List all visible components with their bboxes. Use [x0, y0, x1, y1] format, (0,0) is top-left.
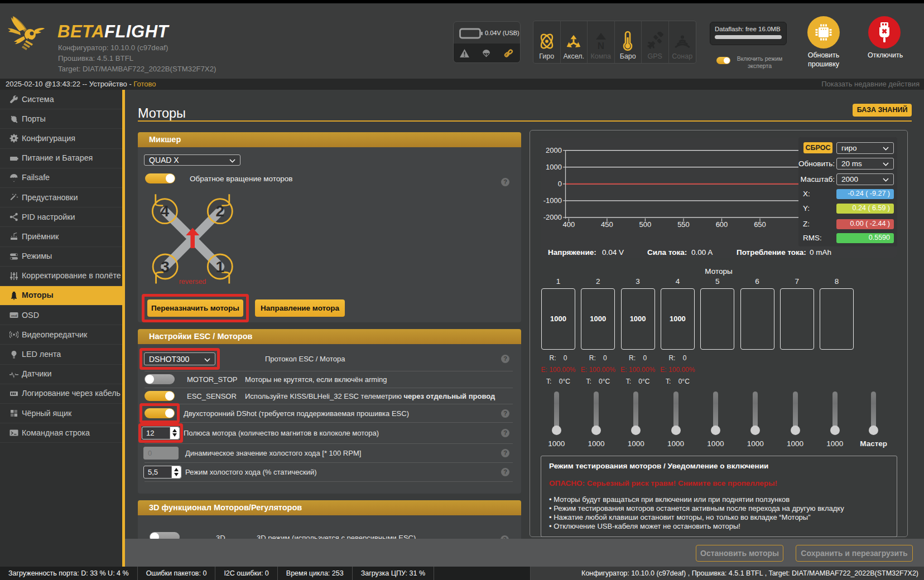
svg-text:3: 3 [161, 258, 170, 276]
svg-text:550: 550 [677, 220, 690, 229]
svg-text:N: N [598, 41, 604, 51]
svg-text:1: 1 [216, 258, 225, 276]
svg-text:500: 500 [639, 220, 652, 229]
svg-text:0: 0 [558, 180, 562, 188]
svg-text:-1000: -1000 [543, 196, 562, 205]
svg-text:4: 4 [161, 202, 170, 220]
svg-text:-2000: -2000 [543, 213, 562, 221]
svg-text:650: 650 [754, 220, 766, 229]
svg-text:2000: 2000 [546, 146, 562, 154]
svg-text:600: 600 [716, 220, 728, 229]
svg-text:1000: 1000 [546, 163, 562, 171]
svg-text:osd: osd [11, 314, 17, 317]
svg-text:400: 400 [563, 220, 575, 229]
svg-text:450: 450 [601, 220, 613, 229]
svg-text:2: 2 [216, 202, 225, 220]
svg-text:reversed: reversed [179, 278, 206, 286]
